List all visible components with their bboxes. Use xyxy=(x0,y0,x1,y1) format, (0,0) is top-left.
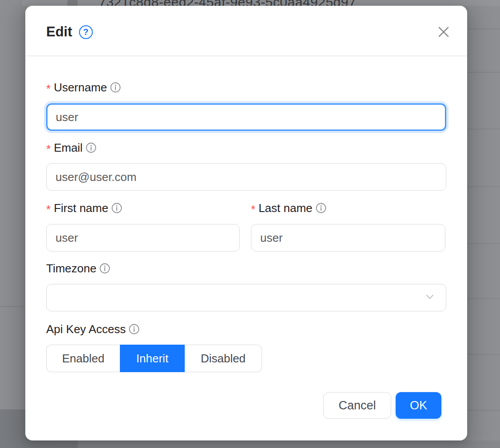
cancel-button[interactable]: Cancel xyxy=(323,392,391,419)
background-column-edge xyxy=(67,0,78,6)
info-circle-icon[interactable] xyxy=(111,203,122,213)
username-label-text: Username xyxy=(54,81,107,94)
email-label-text: Email xyxy=(54,141,83,155)
email-input[interactable] xyxy=(46,163,446,191)
last-name-input[interactable] xyxy=(251,224,445,252)
email-label: * Email xyxy=(46,141,96,155)
last-name-label: * Last name xyxy=(251,201,326,215)
ok-button[interactable]: OK xyxy=(396,392,441,419)
help-circle-icon[interactable]: ? xyxy=(79,25,93,39)
first-name-label-text: First name xyxy=(54,201,108,215)
radio-option-disabled[interactable]: Disabled xyxy=(185,345,262,372)
required-marker: * xyxy=(251,204,255,215)
background-row-divider xyxy=(462,186,500,187)
chevron-down-icon xyxy=(424,291,436,305)
background-row-divider xyxy=(462,354,500,355)
required-marker: * xyxy=(46,204,51,215)
info-circle-icon[interactable] xyxy=(86,142,96,153)
dialog-title-row: Edit ? xyxy=(46,24,93,40)
edit-dialog: Edit ? * Username xyxy=(25,6,467,440)
background-panel xyxy=(78,440,500,448)
username-input[interactable] xyxy=(46,103,446,131)
required-marker: * xyxy=(46,83,51,94)
background-row-divider xyxy=(462,28,500,29)
last-name-label-text: Last name xyxy=(258,201,312,215)
info-circle-icon[interactable] xyxy=(99,263,110,274)
close-button[interactable] xyxy=(436,24,451,39)
dialog-title: Edit xyxy=(46,24,72,40)
background-row-divider xyxy=(462,72,500,73)
username-label: * Username xyxy=(46,80,121,94)
first-name-input[interactable] xyxy=(46,224,240,252)
close-icon xyxy=(437,25,450,39)
timezone-select[interactable] xyxy=(46,284,446,311)
radio-option-inherit[interactable]: Inherit xyxy=(120,345,185,372)
api-key-access-radio-group: Enabled Inherit Disabled xyxy=(46,345,262,372)
background-row-divider xyxy=(462,298,500,299)
info-circle-icon[interactable] xyxy=(316,203,326,213)
header-divider xyxy=(25,55,467,56)
required-marker: * xyxy=(46,143,51,155)
background-row-divider xyxy=(462,243,500,244)
api-key-access-label-text: Api Key Access xyxy=(46,322,126,336)
screen: 7321c8d8-eed2-45af-9e93-5c0aa4925d97 Edi… xyxy=(0,0,500,448)
api-key-access-label: Api Key Access xyxy=(46,322,139,336)
first-name-label: * First name xyxy=(46,201,122,215)
radio-option-enabled[interactable]: Enabled xyxy=(46,345,120,372)
dialog-header: Edit ? xyxy=(25,6,467,55)
info-circle-icon[interactable] xyxy=(110,82,121,93)
background-row-divider xyxy=(462,410,500,411)
info-circle-icon[interactable] xyxy=(129,324,139,334)
background-row-divider xyxy=(0,306,25,307)
timezone-label: Timezone xyxy=(46,261,110,275)
timezone-label-text: Timezone xyxy=(46,262,96,275)
background-row-divider xyxy=(462,129,500,130)
